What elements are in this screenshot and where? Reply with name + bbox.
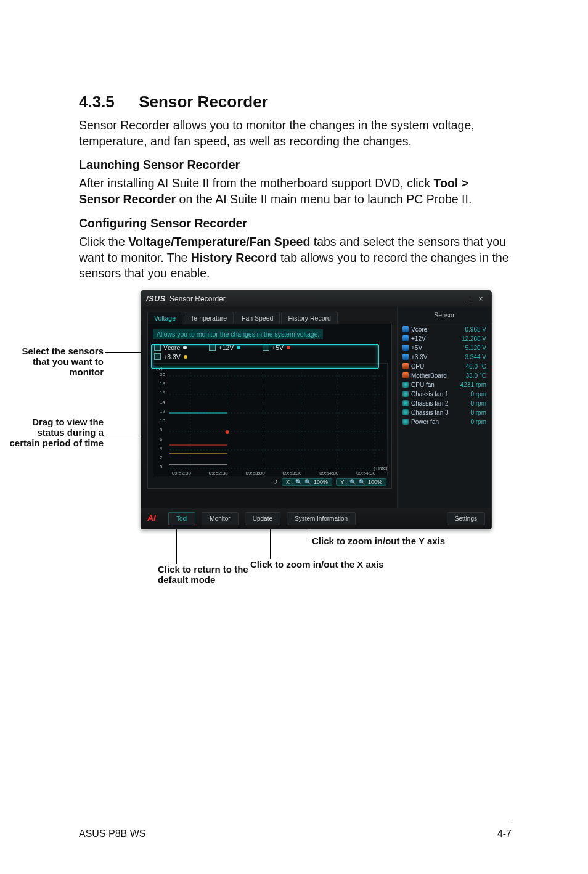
connector-line xyxy=(176,528,177,564)
svg-text:14: 14 xyxy=(160,399,165,405)
callout-zoom-y: Click to zoom in/out the Y axis xyxy=(312,536,445,546)
sensor-row[interactable]: MotherBoard33.0 °C xyxy=(402,371,486,380)
sensor-checkboxes-row2: +3.3V xyxy=(154,353,386,361)
tab-fan-speed[interactable]: Fan Speed xyxy=(235,312,280,324)
configuring-heading: Configuring Sensor Recorder xyxy=(79,216,512,231)
sensor-row[interactable]: CPU46.0 °C xyxy=(402,362,486,371)
intro-paragraph: Sensor Recorder allows you to monitor th… xyxy=(79,118,512,149)
tab-history-record[interactable]: History Record xyxy=(281,312,337,324)
svg-text:2: 2 xyxy=(160,455,163,460)
sensor-name: +3.3V xyxy=(402,354,427,361)
sensor-name: CPU fan xyxy=(402,382,435,388)
fan-icon xyxy=(402,419,409,425)
y-zoom-pct: 100% xyxy=(368,479,382,485)
monitor-button[interactable]: Monitor xyxy=(202,512,238,525)
bolt-icon xyxy=(402,335,409,341)
zoom-out-icon[interactable]: 🔍 xyxy=(359,479,365,485)
sensor-value: 0 rpm xyxy=(470,419,486,425)
sensor-row[interactable]: Chassis fan 30 rpm xyxy=(402,408,486,417)
fan-icon xyxy=(402,400,409,406)
svg-text:10: 10 xyxy=(160,418,165,423)
fan-icon xyxy=(402,409,409,415)
pin-icon[interactable]: ⟂ xyxy=(464,295,475,303)
sensor-row[interactable]: Power fan0 rpm xyxy=(402,417,486,427)
tool-button[interactable]: Tool xyxy=(168,512,195,525)
sensor-row[interactable]: Chassis fan 10 rpm xyxy=(402,390,486,399)
section-title: Sensor Recorder xyxy=(139,92,268,111)
svg-text:8: 8 xyxy=(160,427,163,433)
check-12v-label: +12V xyxy=(218,344,234,351)
svg-text:09:52:30: 09:52:30 xyxy=(209,470,229,476)
svg-text:20: 20 xyxy=(160,372,165,377)
conf-b2: History Record xyxy=(191,251,277,264)
launch-post: on the AI Suite II main menu bar to laun… xyxy=(176,192,472,206)
check-vcore[interactable]: Vcore xyxy=(154,344,187,351)
label-select-sensors: Select the sensors that you want to moni… xyxy=(5,346,104,377)
conf-pre: Click the xyxy=(79,235,128,248)
dot-icon xyxy=(184,355,187,359)
sensor-row[interactable]: Vcore0.968 V xyxy=(402,325,486,334)
svg-text:09:54:30: 09:54:30 xyxy=(356,470,376,476)
system-info-button[interactable]: System Information xyxy=(287,512,356,525)
settings-button[interactable]: Settings xyxy=(447,512,485,525)
launching-heading: Launching Sensor Recorder xyxy=(79,158,512,172)
check-5v-label: +5V xyxy=(272,344,284,351)
sensor-checkboxes: Vcore +12V +5V xyxy=(154,344,386,351)
zoom-in-icon[interactable]: 🔍 xyxy=(295,479,302,485)
sensor-list[interactable]: Vcore0.968 V+12V12.288 V+5V5.120 V+3.3V3… xyxy=(398,322,491,429)
sensor-name: +12V xyxy=(402,335,426,342)
check-vcore-label: Vcore xyxy=(163,344,180,351)
connector-line xyxy=(306,528,306,542)
svg-text:6: 6 xyxy=(160,436,163,442)
ai-suite-logo: AI xyxy=(147,513,162,524)
voltage-plot[interactable]: (V) 20181614121086420 09:52:0009:52:3009… xyxy=(153,363,388,476)
sensor-recorder-window: /SUS Sensor Recorder ⟂ × Voltage Tempera… xyxy=(141,290,492,529)
reset-zoom-button[interactable]: ↺ xyxy=(273,479,278,485)
zoom-out-icon[interactable]: 🔍 xyxy=(304,479,311,485)
check-5v[interactable]: +5V xyxy=(263,344,290,351)
tab-temperature[interactable]: Temperature xyxy=(184,312,234,324)
sensor-name: +5V xyxy=(402,345,422,351)
zoom-in-icon[interactable]: 🔍 xyxy=(349,479,356,485)
sensor-name: Power fan xyxy=(402,419,439,425)
bottom-bar: AI Tool Monitor Update System Informatio… xyxy=(141,508,491,529)
svg-text:0: 0 xyxy=(160,464,163,470)
x-zoom-pct: 100% xyxy=(314,479,328,485)
y-unit-label: (V) xyxy=(156,366,163,371)
sensor-row[interactable]: CPU fan4231 rpm xyxy=(402,380,486,390)
titlebar[interactable]: /SUS Sensor Recorder ⟂ × xyxy=(141,291,491,307)
update-button[interactable]: Update xyxy=(245,512,280,525)
sensor-value: 0 rpm xyxy=(470,391,486,398)
callout-return-default: Click to return to the default mode xyxy=(158,564,250,585)
svg-text:09:53:00: 09:53:00 xyxy=(246,470,266,476)
sensor-value: 0 rpm xyxy=(470,409,486,416)
label-drag-view: Drag to view the status during a certain… xyxy=(5,417,104,448)
svg-text:09:53:30: 09:53:30 xyxy=(282,470,302,476)
x-unit-label: (Time) xyxy=(374,465,387,471)
y-zoom[interactable]: Y :🔍🔍100% xyxy=(336,478,386,486)
sensor-value: 46.0 °C xyxy=(466,363,486,370)
close-icon[interactable]: × xyxy=(475,295,486,303)
sensor-row[interactable]: +5V5.120 V xyxy=(402,343,486,353)
sensor-value: 12.288 V xyxy=(462,335,486,342)
svg-text:18: 18 xyxy=(160,381,165,386)
dot-icon xyxy=(183,346,187,349)
check-3-3v[interactable]: +3.3V xyxy=(154,353,187,361)
sensor-row[interactable]: +3.3V3.344 V xyxy=(402,353,486,362)
sensor-row[interactable]: +12V12.288 V xyxy=(402,334,486,343)
th-icon xyxy=(402,363,409,369)
connector-line xyxy=(270,528,271,559)
x-zoom-label: X : xyxy=(286,479,293,485)
sensor-value: 3.344 V xyxy=(465,354,486,361)
check-12v[interactable]: +12V xyxy=(209,344,240,351)
sensor-name: Chassis fan 3 xyxy=(402,409,449,416)
zoom-controls: ↺ X :🔍🔍100% Y :🔍🔍100% xyxy=(153,478,386,486)
svg-text:12: 12 xyxy=(160,409,165,414)
sensor-row[interactable]: Chassis fan 20 rpm xyxy=(402,399,486,408)
x-zoom[interactable]: X :🔍🔍100% xyxy=(282,478,332,486)
sensor-name: MotherBoard xyxy=(402,372,447,379)
th-icon xyxy=(402,372,409,378)
svg-point-29 xyxy=(226,430,229,434)
svg-text:4: 4 xyxy=(160,446,163,451)
tab-voltage[interactable]: Voltage xyxy=(147,312,182,324)
